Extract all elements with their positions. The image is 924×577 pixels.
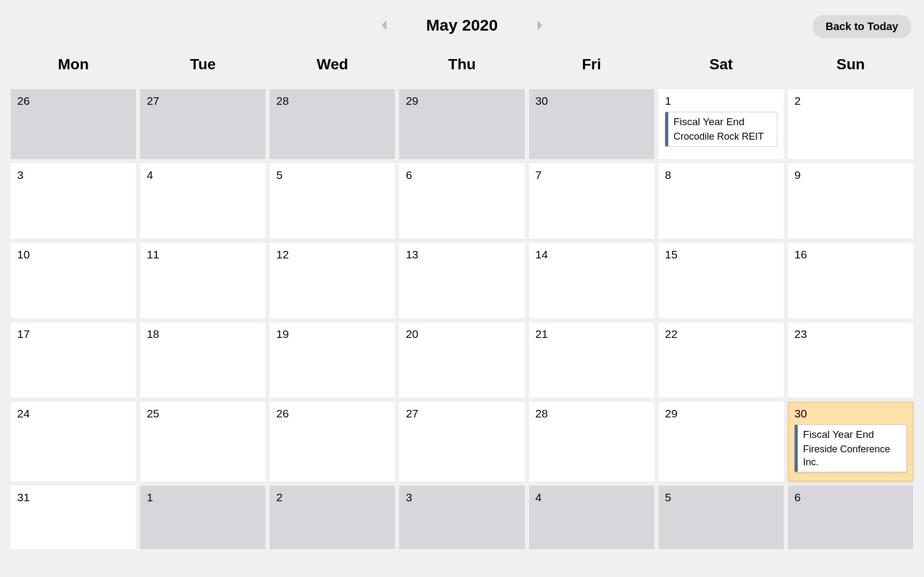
svg-marker-0 (381, 20, 386, 30)
day-number: 22 (665, 328, 777, 341)
day-cell[interactable]: 4 (140, 163, 265, 239)
day-cell[interactable]: 5 (270, 163, 395, 239)
day-number: 1 (665, 95, 777, 107)
day-cell[interactable]: 28 (270, 89, 395, 159)
day-number: 6 (795, 491, 907, 504)
day-cell[interactable]: 19 (270, 322, 395, 398)
day-cell[interactable]: 17 (11, 322, 136, 398)
day-number: 26 (276, 407, 388, 420)
event-card[interactable]: Fiscal Year EndFireside Conference Inc. (795, 424, 907, 472)
day-cell[interactable]: 9 (788, 163, 913, 239)
weekday-header-row: Mon Tue Wed Thu Fri Sat Sun (11, 49, 913, 83)
chevron-right-icon (536, 20, 543, 30)
day-cell[interactable]: 2 (788, 89, 913, 159)
prev-month-button[interactable] (380, 19, 389, 32)
day-cell[interactable]: 23 (788, 322, 913, 398)
day-cell[interactable]: 12 (270, 243, 395, 318)
day-cell[interactable]: 1Fiscal Year EndCrocodile Rock REIT (659, 89, 784, 159)
next-month-button[interactable] (535, 19, 544, 32)
day-cell[interactable]: 18 (140, 322, 265, 398)
day-cell[interactable]: 24 (11, 402, 136, 481)
chevron-left-icon (381, 20, 388, 30)
day-cell[interactable]: 15 (659, 243, 784, 318)
event-subtitle: Fireside Conference Inc. (803, 443, 901, 469)
day-cell[interactable]: 27 (140, 89, 265, 159)
day-number: 12 (276, 248, 388, 261)
day-cell[interactable]: 27 (399, 402, 524, 481)
day-number: 26 (17, 95, 129, 107)
day-number: 3 (406, 491, 518, 504)
day-cell[interactable]: 3 (11, 163, 136, 239)
day-cell[interactable]: 8 (659, 163, 784, 239)
day-number: 28 (276, 95, 388, 107)
day-number: 6 (406, 169, 518, 182)
event-subtitle: Crocodile Rock REIT (674, 130, 771, 143)
day-cell[interactable]: 21 (529, 322, 654, 398)
day-number: 11 (147, 248, 259, 261)
day-number: 1 (147, 491, 259, 504)
day-cell[interactable]: 6 (399, 163, 524, 239)
day-number: 9 (795, 169, 907, 182)
weekday-label: Fri (529, 49, 654, 83)
day-cell[interactable]: 30 (529, 89, 654, 159)
day-number: 17 (17, 328, 129, 341)
day-cell[interactable]: 1 (140, 486, 265, 549)
day-number: 23 (795, 328, 907, 341)
weekday-label: Wed (270, 49, 395, 83)
day-number: 21 (536, 328, 648, 341)
day-cell[interactable]: 26 (270, 402, 395, 481)
day-number: 2 (276, 491, 388, 504)
day-number: 4 (147, 169, 259, 182)
month-title: May 2020 (422, 16, 502, 34)
day-cell[interactable]: 28 (529, 402, 654, 481)
day-number: 30 (536, 95, 648, 107)
day-number: 19 (276, 328, 388, 341)
event-title: Fiscal Year End (674, 116, 771, 129)
day-number: 29 (406, 95, 518, 107)
day-number: 16 (795, 248, 907, 261)
day-number: 27 (147, 95, 259, 107)
day-number: 13 (406, 248, 518, 261)
day-number: 4 (536, 491, 648, 504)
day-cell[interactable]: 16 (788, 243, 913, 318)
day-number: 25 (147, 407, 259, 420)
weekday-label: Sat (659, 49, 784, 83)
day-cell[interactable]: 4 (529, 486, 654, 549)
day-cell[interactable]: 29 (399, 89, 524, 159)
day-cell[interactable]: 10 (11, 243, 136, 318)
weekday-label: Thu (399, 49, 524, 83)
event-card[interactable]: Fiscal Year EndCrocodile Rock REIT (665, 112, 777, 147)
event-title: Fiscal Year End (803, 428, 901, 442)
day-cell[interactable]: 22 (659, 322, 784, 398)
day-cell[interactable]: 25 (140, 402, 265, 481)
day-cell[interactable]: 29 (659, 402, 784, 481)
day-number: 5 (276, 169, 388, 182)
day-cell[interactable]: 7 (529, 163, 654, 239)
day-number: 31 (17, 491, 129, 504)
weekday-label: Tue (140, 49, 265, 83)
back-to-today-button[interactable]: Back to Today (813, 15, 911, 38)
day-cell[interactable]: 5 (659, 486, 784, 549)
day-number: 15 (665, 248, 777, 261)
day-number: 14 (536, 248, 648, 261)
day-number: 5 (665, 491, 777, 504)
day-cell[interactable]: 30Fiscal Year EndFireside Conference Inc… (788, 402, 913, 481)
day-cell[interactable]: 20 (399, 322, 524, 398)
day-number: 8 (665, 169, 777, 182)
day-cell[interactable]: 3 (399, 486, 524, 549)
day-cell[interactable]: 26 (11, 89, 136, 159)
day-cell[interactable]: 6 (788, 486, 913, 549)
month-nav-group: May 2020 (380, 16, 544, 34)
day-cell[interactable]: 11 (140, 243, 265, 318)
day-cell[interactable]: 2 (270, 486, 395, 549)
day-number: 20 (406, 328, 518, 341)
svg-marker-1 (538, 20, 543, 30)
weekday-label: Mon (11, 49, 136, 83)
day-number: 3 (17, 169, 129, 182)
calendar-grid: 26272829301Fiscal Year EndCrocodile Rock… (11, 89, 913, 549)
day-number: 30 (795, 407, 907, 420)
day-cell[interactable]: 31 (11, 486, 136, 549)
day-cell[interactable]: 14 (529, 243, 654, 318)
weekday-label: Sun (788, 49, 913, 83)
day-cell[interactable]: 13 (399, 243, 524, 318)
